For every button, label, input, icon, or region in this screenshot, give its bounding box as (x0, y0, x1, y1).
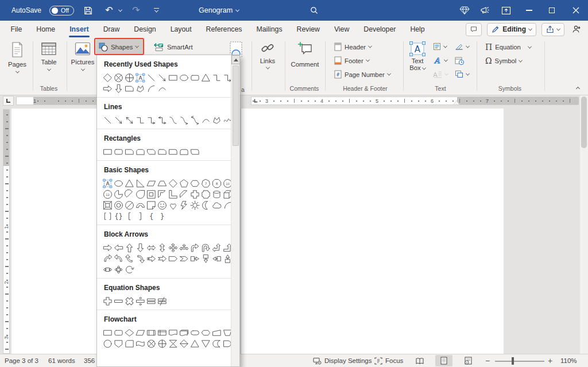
maximize-button[interactable] (543, 4, 560, 17)
shape-quad-arrow[interactable] (168, 242, 179, 253)
shape-right-arrow-callout[interactable] (189, 253, 200, 264)
shape-flowchart-collate[interactable] (168, 338, 179, 349)
tab-draw[interactable]: Draw (96, 21, 127, 38)
shape-parallelogram[interactable] (146, 178, 157, 189)
shape-flowchart-decision[interactable] (124, 327, 135, 338)
signature-line-button[interactable] (455, 43, 469, 51)
shape-diamond[interactable] (168, 178, 179, 189)
search-button[interactable] (308, 4, 320, 17)
shape-multiplication-sign[interactable] (124, 296, 135, 307)
wordart-button[interactable]: A (433, 56, 447, 64)
zoom-in-button[interactable]: + (548, 354, 552, 367)
shape-flowchart-punched-tape[interactable] (135, 338, 146, 349)
shape-flowchart-manual-input[interactable] (211, 327, 222, 338)
shape-diamond[interactable] (102, 72, 113, 83)
shape-bevel[interactable] (102, 200, 113, 211)
shape-circle-x[interactable] (113, 72, 124, 83)
redo-button[interactable]: ↷ (130, 4, 142, 17)
shape-line-arrow[interactable] (113, 115, 124, 126)
shape-arrow-up-down[interactable] (157, 242, 168, 253)
shape-oval[interactable] (179, 72, 189, 83)
shape-line-arrow[interactable] (157, 72, 168, 83)
shape-curved-right-arrow[interactable] (102, 253, 113, 264)
minimize-button[interactable] (520, 4, 537, 17)
shape-right-bracket[interactable] (135, 211, 146, 222)
header-button[interactable]: Header (334, 43, 372, 51)
tab-help[interactable]: Help (403, 21, 432, 38)
tab-view[interactable]: View (327, 21, 356, 38)
shape-rounded-rectangle[interactable] (189, 72, 200, 83)
shape-flowchart-card[interactable] (124, 338, 135, 349)
shape-left-brace[interactable]: { (146, 211, 157, 222)
shape-curved-left-arrow[interactable] (113, 253, 124, 264)
shape-teardrop[interactable] (135, 189, 146, 200)
shape-rectangle[interactable] (102, 146, 113, 157)
shape-isosceles-triangle[interactable] (200, 72, 211, 83)
tab-home[interactable]: Home (29, 21, 63, 38)
shape-oval[interactable] (113, 178, 124, 189)
shape-division-sign[interactable] (135, 296, 146, 307)
shape-round-single-corner-rectangle[interactable] (168, 146, 179, 157)
shape-line-double-arrow[interactable] (124, 115, 135, 126)
shape-flowchart-stored-data[interactable] (211, 338, 222, 349)
shape-minus-sign[interactable] (113, 296, 124, 307)
shape-donut[interactable] (113, 200, 124, 211)
shape-cross[interactable] (189, 189, 200, 200)
shape-curved-down-arrow[interactable] (135, 253, 146, 264)
shape-flowchart-sort[interactable] (179, 338, 189, 349)
scrollbar-thumb[interactable] (581, 96, 587, 148)
tab-file[interactable]: File (3, 21, 29, 38)
shape-flowchart-process[interactable] (102, 327, 113, 338)
shape-chevron-arrow[interactable] (179, 253, 189, 264)
shape-heptagon[interactable]: 7 (200, 178, 211, 189)
dropdown-scrollbar-thumb[interactable] (233, 65, 239, 146)
pages-button[interactable]: Pages (6, 41, 29, 74)
shape-regular-pentagon[interactable] (179, 178, 189, 189)
shape-left-bracket[interactable] (124, 211, 135, 222)
shape-arrow-left-right[interactable] (146, 242, 157, 253)
shape-left-right-up-arrow[interactable] (179, 242, 189, 253)
shape-arrow-right[interactable] (102, 242, 113, 253)
shape-rectangle[interactable] (168, 72, 179, 83)
shape-plus-sign[interactable] (102, 296, 113, 307)
shape-flowchart-off-page-connector[interactable] (113, 338, 124, 349)
page-number-button[interactable]: # Page Number (334, 70, 390, 79)
shape-snip-diagonal-corner-rectangle[interactable] (146, 146, 157, 157)
shape-equal-sign[interactable] (146, 296, 157, 307)
text-box-button[interactable]: A Text Box (405, 41, 430, 71)
shape-flowchart-document[interactable] (168, 327, 179, 338)
undo-chevron-icon[interactable] (118, 7, 122, 11)
tab-design[interactable]: Design (127, 21, 163, 38)
shape-sun[interactable] (189, 200, 200, 211)
tab-review[interactable]: Review (289, 21, 327, 38)
shape-diagonal-stripe[interactable] (179, 189, 189, 200)
shape-freeform-shape[interactable] (135, 83, 146, 94)
shape-flowchart-or[interactable] (157, 338, 168, 349)
shape-can[interactable] (211, 189, 222, 200)
shape-curve[interactable] (200, 115, 211, 126)
autosave-toggle[interactable]: Off (49, 6, 74, 16)
vertical-ruler[interactable]: 123 (3, 109, 10, 354)
shape-curve[interactable] (157, 83, 168, 94)
shape-round-diagonal-corner-rectangle[interactable] (189, 146, 200, 157)
display-settings-button[interactable]: Display Settings (313, 354, 372, 367)
ribbon-display-options-button[interactable] (500, 4, 512, 17)
tab-selector[interactable] (3, 96, 14, 106)
shape-elbow-arrow-connector[interactable] (146, 115, 157, 126)
focus-button[interactable]: Focus (374, 354, 403, 367)
shape-snip-single-corner-rectangle[interactable] (124, 146, 135, 157)
quick-parts-button[interactable] (433, 43, 447, 51)
shape-arrow-left[interactable] (113, 242, 124, 253)
shape-rounded-rectangle[interactable] (113, 146, 124, 157)
premium-button[interactable] (458, 4, 471, 17)
symbol-button[interactable]: Ω Symbol (485, 56, 522, 65)
shape-circle-plus[interactable] (124, 72, 135, 83)
shape-arrow-up[interactable] (124, 242, 135, 253)
shape-chord[interactable] (124, 189, 135, 200)
object-button[interactable] (455, 70, 469, 78)
web-layout-button[interactable]: e (459, 355, 477, 366)
share-button[interactable] (541, 23, 564, 36)
shape-dodecagon[interactable]: 12 (102, 189, 113, 200)
horizontal-ruler-left[interactable]: 1 (16, 96, 96, 105)
read-mode-button[interactable] (411, 355, 428, 366)
